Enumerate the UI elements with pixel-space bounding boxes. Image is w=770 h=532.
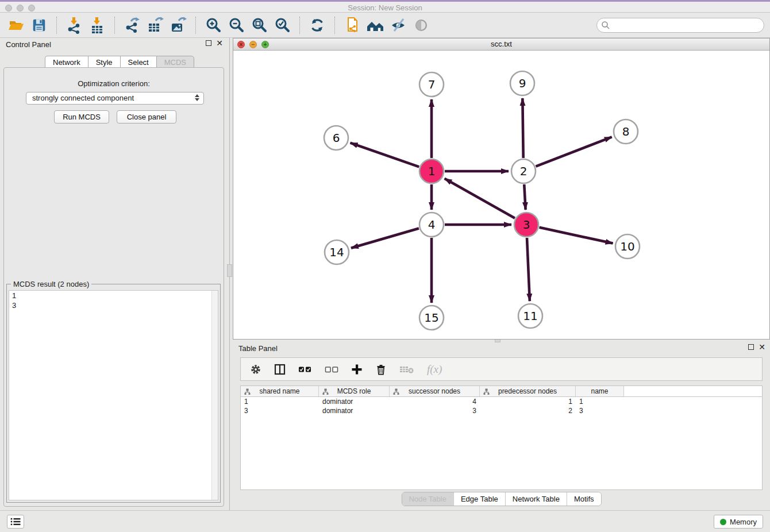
graph-node-label-2: 2 [520, 164, 528, 178]
graph-edge-2-3[interactable] [524, 184, 525, 210]
toolbar-separator [56, 17, 57, 34]
graph-edge-2-9[interactable] [522, 98, 523, 158]
column-header-name[interactable]: name [576, 386, 624, 396]
table-panel-title: Table Panel [238, 344, 278, 353]
zoom-in-button[interactable] [203, 15, 224, 36]
hide-panels-button[interactable] [388, 15, 409, 36]
settings-gear-icon[interactable] [250, 364, 261, 375]
table-cell[interactable]: 4 [390, 398, 480, 406]
import-table-button[interactable] [87, 15, 107, 36]
main-toolbar [0, 13, 770, 38]
criterion-select[interactable]: strongly connected component [26, 92, 204, 105]
graph-node-label-10: 10 [620, 240, 634, 253]
close-panel-button[interactable]: Close panel [117, 110, 176, 124]
graph-edge-4-14[interactable] [351, 228, 419, 248]
network-window: × − + scc.txt 7968124314101511 [233, 38, 770, 340]
close-panel-icon[interactable]: ✕ [216, 40, 223, 46]
table-cell[interactable]: 2 [480, 407, 576, 415]
search-input[interactable] [596, 18, 764, 33]
tab-motifs[interactable]: Motifs [567, 492, 601, 506]
save-session-button[interactable] [29, 15, 49, 36]
split-panel-icon[interactable] [274, 364, 286, 375]
table-cell[interactable]: 3 [576, 407, 624, 415]
mcds-result-list[interactable]: 13 [9, 290, 218, 500]
zoom-out-button[interactable] [226, 15, 247, 36]
node-table: shared nameMCDS rolesuccessor nodesprede… [240, 385, 763, 490]
network-window-titlebar[interactable]: × − + scc.txt [233, 38, 769, 51]
tab-edge-table[interactable]: Edge Table [453, 492, 505, 506]
inactive-toggle-button[interactable] [411, 15, 432, 36]
export-image-button[interactable] [168, 15, 188, 36]
mcds-tab-content: Optimization criterion: strongly connect… [3, 67, 224, 507]
deselect-all-icon[interactable] [325, 364, 338, 375]
toolbar-separator [195, 17, 196, 34]
refresh-icon [309, 17, 325, 33]
memory-label: Memory [730, 518, 757, 526]
network-title: scc.txt [233, 40, 769, 48]
result-item: 3 [9, 300, 218, 310]
memory-button[interactable]: Memory [714, 515, 763, 529]
graph-edge-3-10[interactable] [539, 228, 613, 244]
delete-column-trash-icon[interactable] [375, 364, 387, 375]
open-session-button[interactable] [6, 15, 26, 36]
result-item: 1 [9, 291, 218, 300]
float-table-panel-icon[interactable] [748, 344, 754, 350]
column-header-MCDS-role[interactable]: MCDS role [319, 386, 390, 396]
table-cell[interactable]: dominator [319, 407, 390, 415]
float-panel-icon[interactable] [206, 40, 211, 46]
table-cell[interactable]: 1 [576, 398, 624, 406]
function-builder-icon-disabled: f(x) [427, 363, 442, 376]
column-header-shared-name[interactable]: shared name [241, 386, 319, 396]
vertical-splitter-grip[interactable] [227, 264, 232, 277]
memory-status-dot [720, 519, 726, 525]
import-network-button[interactable] [64, 15, 84, 36]
table-header-row: shared nameMCDS rolesuccessor nodesprede… [241, 386, 762, 397]
result-scrollbar[interactable] [211, 291, 218, 500]
table-cell[interactable]: 3 [241, 407, 319, 415]
delete-table-icon-disabled [399, 364, 414, 375]
table-cell[interactable]: dominator [319, 398, 390, 406]
table-row[interactable]: 1dominator411 [241, 397, 762, 406]
graph-node-label-15: 15 [424, 311, 438, 325]
export-table-button[interactable] [145, 15, 165, 36]
table-row[interactable]: 3dominator323 [241, 406, 762, 415]
close-table-panel-icon[interactable]: ✕ [759, 344, 765, 350]
table-toolbar: f(x) [240, 357, 763, 381]
save-floppy-icon [31, 17, 47, 33]
graph-edge-3-11[interactable] [527, 238, 530, 301]
toolbar-search [596, 18, 764, 33]
list-icon [10, 518, 21, 526]
network-canvas[interactable]: 7968124314101511 [233, 51, 769, 339]
column-header-predecessor-nodes[interactable]: predecessor nodes [480, 386, 576, 396]
graph-edge-3-1[interactable] [445, 179, 515, 218]
table-cell[interactable]: 3 [390, 407, 480, 415]
table-tabs: Node TableEdge TableNetwork TableMotifs [401, 492, 601, 506]
graph-node-label-7: 7 [428, 78, 436, 91]
home-view-button[interactable] [365, 15, 386, 36]
refresh-styles-button[interactable] [307, 15, 328, 36]
task-history-button[interactable] [7, 515, 24, 529]
criterion-value: strongly connected component [32, 94, 134, 102]
table-cell[interactable]: 1 [480, 398, 576, 406]
tab-node-table[interactable]: Node Table [402, 492, 453, 506]
export-network-button[interactable] [122, 15, 143, 36]
toolbar-separator [114, 17, 115, 34]
tab-network-table[interactable]: Network Table [505, 492, 567, 506]
run-mcds-button[interactable]: Run MCDS [54, 110, 109, 124]
graph-edge-1-6[interactable] [351, 143, 419, 167]
zoom-selected-button[interactable] [272, 15, 292, 36]
table-cell[interactable]: 1 [241, 398, 319, 406]
graph-edge-2-8[interactable] [536, 137, 611, 166]
add-column-icon[interactable] [351, 364, 363, 375]
clone-network-button[interactable] [342, 15, 363, 36]
graph-node-label-8: 8 [622, 125, 630, 138]
control-panel: Control Panel ✕ NetworkStyleSelectMCDS O… [0, 38, 228, 510]
import-network-icon [66, 17, 83, 34]
graph-node-label-14: 14 [329, 245, 344, 259]
zoom-fit-button[interactable] [249, 15, 270, 36]
column-header-successor-nodes[interactable]: successor nodes [390, 386, 480, 396]
select-all-icon[interactable] [298, 364, 312, 375]
app-titlebar: Session: New Session [0, 0, 770, 13]
graph-node-label-9: 9 [519, 76, 526, 90]
clone-network-icon [344, 17, 361, 34]
